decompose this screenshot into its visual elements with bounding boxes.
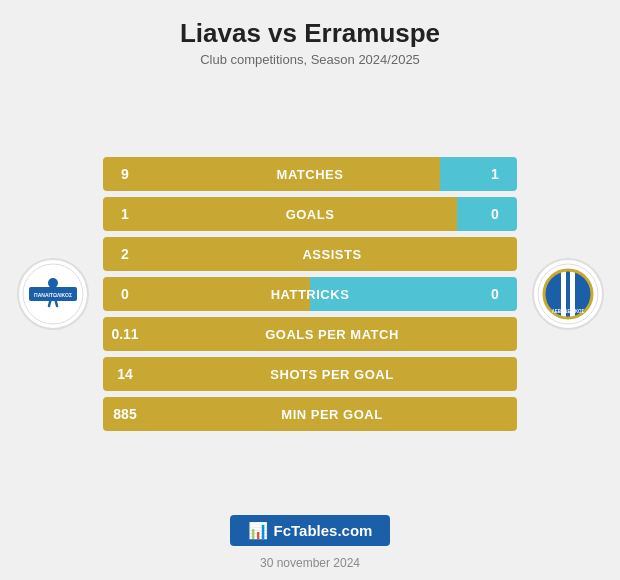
stat-label: Shots per goal [270,367,393,382]
stat-row: 0Hattricks0 [103,277,517,311]
stat-label: Min per goal [281,407,382,422]
stat-left-value: 14 [103,357,147,391]
stat-bar-bg: Shots per goal [147,357,517,391]
stat-bar-bg: Hattricks [147,277,473,311]
chart-icon: 📊 [248,521,268,540]
stat-label: Goals per match [265,327,399,342]
stats-section: ΠΑΝΑΙΤΩΛΙΚΟΣ 9Matches11Goals02Assists0Ha… [0,73,620,505]
fctables-badge: 📊 FcTables.com [230,515,391,546]
svg-text:ΠΑΝΑΙΤΩΛΙΚΟΣ: ΠΑΝΑΙΤΩΛΙΚΟΣ [34,292,72,298]
right-team-svg: ΛΕΒΑΔΕΙΑΚΟΣ [537,263,599,325]
stat-bar-fill [440,157,473,191]
svg-text:ΛΕΒΑΔΕΙΑΚΟΣ: ΛΕΒΑΔΕΙΑΚΟΣ [551,309,584,314]
page-wrapper: Liavas vs Erramuspe Club competitions, S… [0,0,620,580]
stat-label: Hattricks [271,287,350,302]
stat-bar-bg: Min per goal [147,397,517,431]
page-title: Liavas vs Erramuspe [180,18,440,49]
right-team-logo: ΛΕΒΑΔΕΙΑΚΟΣ [525,258,610,330]
page-subtitle: Club competitions, Season 2024/2025 [180,52,440,67]
stat-left-value: 2 [103,237,147,271]
stat-row: 9Matches1 [103,157,517,191]
left-team-svg: ΠΑΝΑΙΤΩΛΙΚΟΣ [22,263,84,325]
stat-left-value: 1 [103,197,147,231]
stat-bar-bg: Assists [147,237,517,271]
footer-date: 30 november 2024 [260,556,360,570]
stat-right-value: 0 [473,277,517,311]
stat-bar-bg: Matches [147,157,473,191]
stat-label: Matches [277,167,344,182]
title-section: Liavas vs Erramuspe Club competitions, S… [170,0,450,73]
stat-row: 14Shots per goal [103,357,517,391]
stat-bar-bg: Goals per match [147,317,517,351]
bars-container: 9Matches11Goals02Assists0Hattricks00.11G… [95,157,525,431]
stat-left-value: 0.11 [103,317,147,351]
stat-bar-bg: Goals [147,197,473,231]
footer-logo-area: 📊 FcTables.com [230,515,391,546]
fctables-label: FcTables.com [274,522,373,539]
stat-row: 2Assists [103,237,517,271]
stat-right-value: 1 [473,157,517,191]
left-logo-circle: ΠΑΝΑΙΤΩΛΙΚΟΣ [17,258,89,330]
right-logo-circle: ΛΕΒΑΔΕΙΑΚΟΣ [532,258,604,330]
stat-bar-fill [457,197,473,231]
svg-point-3 [48,278,58,288]
stat-left-value: 0 [103,277,147,311]
stat-right-value: 0 [473,197,517,231]
stat-left-value: 9 [103,157,147,191]
stat-row: 0.11Goals per match [103,317,517,351]
stat-label: Assists [302,247,361,262]
stat-row: 1Goals0 [103,197,517,231]
stat-label: Goals [286,207,335,222]
left-team-logo: ΠΑΝΑΙΤΩΛΙΚΟΣ [10,258,95,330]
stat-row: 885Min per goal [103,397,517,431]
stat-left-value: 885 [103,397,147,431]
